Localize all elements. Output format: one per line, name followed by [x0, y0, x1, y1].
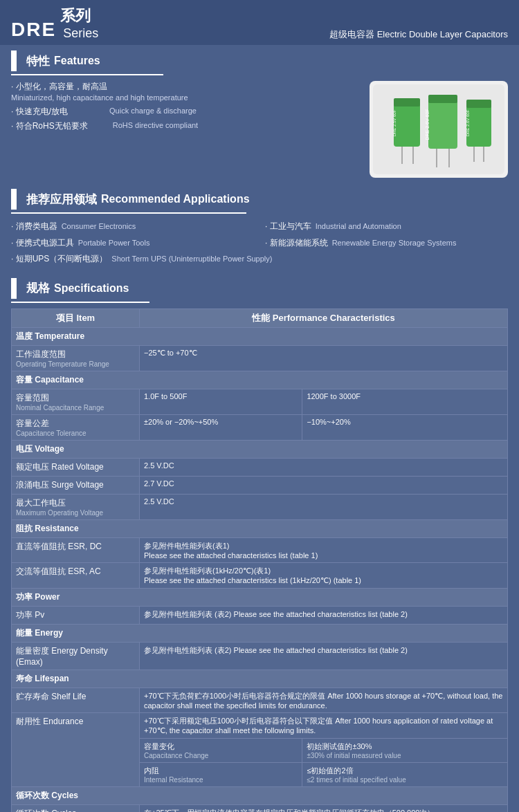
app-item-5: · 新能源储能系统 Renewable Energy Storage Syste… — [265, 236, 508, 251]
header-brand: DRE 系列 Series — [11, 6, 98, 41]
row-cap-range: 容量范围 Nominal Capacitance Range 1.0F to 5… — [12, 389, 508, 414]
val-cycles-main: 在+25℃下，用恒定电流使电容器在规定电压和半额定电压间循环充放电（500,00… — [140, 804, 508, 812]
val-surge-voltage: 2.7 V.DC — [140, 476, 508, 494]
specifications-underline — [11, 302, 149, 303]
app-cn-1: · 消费类电器 — [11, 219, 57, 234]
row-power-pv: 功率 Pv 参见附件电性能列表 (表2) Please see the atta… — [12, 606, 508, 624]
val-energy-density: 参见附件电性能列表 (表2) Please see the attached c… — [140, 642, 508, 670]
features-title-en: Features — [54, 55, 100, 67]
section-temperature-label: 温度 Temperature — [12, 327, 508, 345]
section-capacitance: 容量 Capacitance — [12, 371, 508, 389]
row-endurance: 耐用性 Endurance +70℃下采用额定电压1000小时后电容器符合以下限… — [12, 712, 508, 738]
val-endurance-res-value: ≤初始值的2倍 ≤2 times of initial specified va… — [302, 762, 508, 786]
applications-title-en: Recommended Applications — [101, 193, 250, 205]
col-item: 项目 Item — [12, 308, 140, 327]
feature-en-1: Miniaturized, high capacitance and high … — [11, 93, 358, 103]
features-title: 特性 Features — [11, 50, 508, 71]
section-temperature: 温度 Temperature — [12, 327, 508, 345]
app-item-1: · 消费类电器 Consumer Electronics — [11, 219, 254, 234]
section-resistance-label: 阻抗 Resistance — [12, 519, 508, 537]
app-cn-2: · 便携式电源工具 — [11, 236, 74, 251]
item-operating-temp: 工作温度范围 Operating Temperature Range — [12, 345, 140, 371]
series-en: Series — [63, 26, 98, 40]
val-max-voltage: 2.5 V.DC — [140, 494, 508, 519]
row-cycles: 循环次数 Cycles 在+25℃下，用恒定电流使电容器在规定电压和半额定电压间… — [12, 804, 508, 812]
app-en-5: Renewable Energy Storage Systems — [332, 237, 457, 250]
app-cn-3: · 短期UPS（不间断电源） — [11, 252, 107, 267]
item-cycles: 循环次数 Cycles — [12, 804, 140, 812]
app-en-2: Portable Power Tools — [78, 237, 150, 250]
specifications-section: 规格 Specifications 项目 Item 性能 Performance… — [0, 273, 519, 812]
features-section: 特性 Features · 小型化，高容量，耐高温 Miniaturized, … — [0, 45, 519, 183]
item-endurance: 耐用性 Endurance — [12, 712, 140, 786]
features-title-cn: 特性 — [26, 53, 50, 69]
app-en-3: Short Term UPS (Uninterruptible Power Su… — [111, 252, 272, 266]
series-cn: 系列 — [60, 7, 91, 24]
features-container: · 小型化，高容量，耐高温 Miniaturized, high capacit… — [11, 81, 508, 178]
item-max-voltage: 最大工作电压 Maximum Operating Voltage — [12, 494, 140, 519]
section-resistance: 阻抗 Resistance — [12, 519, 508, 537]
row-rated-voltage: 额定电压 Rated Voltage 2.5 V.DC — [12, 458, 508, 476]
applications-grid: · 消费类电器 Consumer Electronics · 工业与汽车 Ind… — [11, 219, 508, 267]
applications-indicator — [11, 189, 17, 210]
feature-item-3: · 符合RoHS无铅要求 RoHS directive compliant — [11, 120, 358, 132]
section-power: 功率 Power — [12, 588, 508, 606]
brand-dre: DRE — [11, 19, 56, 41]
val-cap-tolerance-1: ±20% or −20%~+50% — [140, 414, 302, 440]
row-shelf-life: 贮存寿命 Shelf Life +70℃下无负荷贮存1000小时后电容器符合规定… — [12, 688, 508, 712]
specifications-indicator — [11, 278, 17, 299]
section-power-label: 功率 Power — [12, 588, 508, 606]
section-cycles: 循环次数 Cycles — [12, 786, 508, 804]
applications-title-cn: 推荐应用领域 — [26, 192, 97, 207]
page-header: DRE 系列 Series 超级电容器 Electric Double Laye… — [0, 0, 519, 45]
feature-cn-2: · 快速充电/放电 Quick charge & discharge — [11, 106, 358, 118]
capacitor-image: DRE 2.5V 60F DRE 2.6V 60F DRE 2.6V 60F — [370, 81, 508, 178]
capacitor-svg: DRE 2.5V 60F DRE 2.6V 60F DRE 2.6V 60F — [373, 84, 504, 174]
item-rated-voltage: 额定电压 Rated Voltage — [12, 458, 140, 476]
features-list: · 小型化，高容量，耐高温 Miniaturized, high capacit… — [11, 81, 358, 135]
specifications-title-en: Specifications — [54, 282, 129, 295]
specifications-title: 规格 Specifications — [11, 278, 508, 299]
val-endurance-cap-label: 容量变化 Capacitance Change — [140, 738, 302, 762]
item-energy-density: 能量密度 Energy Density (Emax) — [12, 642, 140, 670]
item-cap-range: 容量范围 Nominal Capacitance Range — [12, 389, 140, 414]
row-operating-temp: 工作温度范围 Operating Temperature Range −25℃ … — [12, 345, 508, 371]
val-endurance-res-label: 内阻 Internal Resistance — [140, 762, 302, 786]
section-capacitance-label: 容量 Capacitance — [12, 371, 508, 389]
app-en-1: Consumer Electronics — [62, 220, 136, 234]
val-cap-range-1: 1.0F to 500F — [140, 389, 302, 414]
svg-text:DRE 2.5V 60F: DRE 2.5V 60F — [392, 109, 397, 136]
app-en-4: Industrial and Automation — [316, 220, 401, 234]
val-cap-tolerance-2: −10%~+20% — [302, 414, 508, 440]
val-power-pv: 参见附件电性能列表 (表2) Please see the attached c… — [140, 606, 508, 624]
app-cn-4: · 工业与汽车 — [265, 219, 311, 234]
val-endurance-main: +70℃下采用额定电压1000小时后电容器符合以下限定值 After 1000 … — [140, 712, 508, 738]
item-power-pv: 功率 Pv — [12, 606, 140, 624]
row-cap-tolerance: 容量公差 Capacitance Tolerance ±20% or −20%~… — [12, 414, 508, 440]
specifications-title-cn: 规格 — [26, 280, 50, 296]
val-esr-ac: 参见附件电性能列表(1kHz/20℃)(表1)Please see the at… — [140, 562, 508, 588]
row-surge-voltage: 浪涌电压 Surge Voltage 2.7 V.DC — [12, 476, 508, 494]
specifications-table: 项目 Item 性能 Performance Characteristics 温… — [11, 308, 508, 812]
row-esr-ac: 交流等值阻抗 ESR, AC 参见附件电性能列表(1kHz/20℃)(表1)Pl… — [12, 562, 508, 588]
app-item-3: · 短期UPS（不间断电源） Short Term UPS (Uninterru… — [11, 252, 508, 267]
section-voltage-label: 电压 Voltage — [12, 440, 508, 458]
col-performance: 性能 Performance Characteristics — [140, 308, 508, 327]
item-esr-ac: 交流等值阻抗 ESR, AC — [12, 562, 140, 588]
val-esr-dc: 参见附件电性能列表(表1)Please see the attached cha… — [140, 537, 508, 562]
svg-rect-12 — [466, 100, 491, 108]
feature-cn-3: · 符合RoHS无铅要求 RoHS directive compliant — [11, 120, 358, 132]
section-cycles-label: 循环次数 Cycles — [12, 786, 508, 804]
table-header-row: 项目 Item 性能 Performance Characteristics — [12, 308, 508, 327]
section-lifespan: 寿命 Lifespan — [12, 670, 508, 688]
header-subtitle: 超级电容器 Electric Double Layer Capacitors — [329, 28, 508, 41]
val-operating-temp: −25℃ to +70℃ — [140, 345, 508, 371]
row-esr-dc: 直流等值阻抗 ESR, DC 参见附件电性能列表(表1)Please see t… — [12, 537, 508, 562]
applications-section: 推荐应用领域 Recommended Applications · 消费类电器 … — [0, 183, 519, 273]
feature-item-1: · 小型化，高容量，耐高温 Miniaturized, high capacit… — [11, 81, 358, 103]
svg-text:DRE 2.6V 60F: DRE 2.6V 60F — [466, 109, 470, 136]
svg-rect-2 — [394, 98, 420, 107]
val-endurance-cap-value: 初始测试值的±30% ±30% of initial measured valu… — [302, 738, 508, 762]
item-esr-dc: 直流等值阻抗 ESR, DC — [12, 537, 140, 562]
section-voltage: 电压 Voltage — [12, 440, 508, 458]
